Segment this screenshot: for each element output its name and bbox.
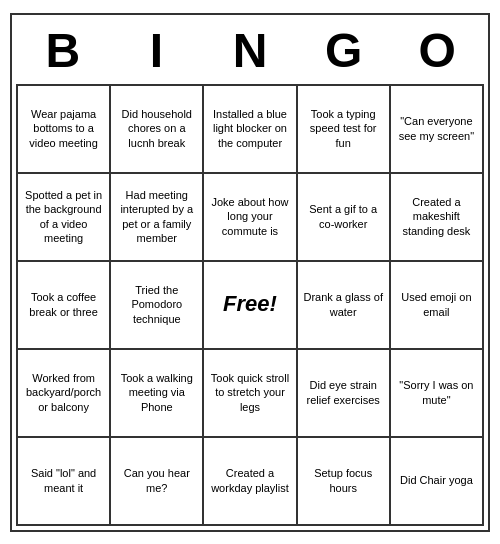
bingo-grid: Wear pajama bottoms to a video meetingDi… [16,84,484,526]
bingo-cell-7[interactable]: Joke about how long your commute is [204,174,297,262]
bingo-cell-21[interactable]: Can you hear me? [111,438,204,526]
letter-b: B [19,23,107,78]
bingo-cell-16[interactable]: Took a walking meeting via Phone [111,350,204,438]
bingo-cell-4[interactable]: "Can everyone see my screen" [391,86,484,174]
bingo-cell-2[interactable]: Installed a blue light blocker on the co… [204,86,297,174]
bingo-cell-14[interactable]: Used emoji on email [391,262,484,350]
bingo-cell-8[interactable]: Sent a gif to a co-worker [298,174,391,262]
letter-g: G [300,23,388,78]
letter-o: O [393,23,481,78]
letter-i: I [112,23,200,78]
bingo-cell-5[interactable]: Spotted a pet in the background of a vid… [18,174,111,262]
bingo-cell-20[interactable]: Said "lol" and meant it [18,438,111,526]
bingo-cell-0[interactable]: Wear pajama bottoms to a video meeting [18,86,111,174]
bingo-cell-6[interactable]: Had meeting interupted by a pet or a fam… [111,174,204,262]
bingo-cell-18[interactable]: Did eye strain relief exercises [298,350,391,438]
bingo-cell-15[interactable]: Worked from backyard/porch or balcony [18,350,111,438]
bingo-cell-17[interactable]: Took quick stroll to stretch your legs [204,350,297,438]
bingo-cell-19[interactable]: "Sorry I was on mute" [391,350,484,438]
bingo-title: B I N G O [16,19,484,84]
bingo-cell-23[interactable]: Setup focus hours [298,438,391,526]
bingo-cell-11[interactable]: Tried the Pomodoro technique [111,262,204,350]
bingo-cell-12[interactable]: Free! [204,262,297,350]
letter-n: N [206,23,294,78]
bingo-cell-1[interactable]: Did household chores on a lucnh break [111,86,204,174]
bingo-cell-3[interactable]: Took a typing speed test for fun [298,86,391,174]
bingo-cell-24[interactable]: Did Chair yoga [391,438,484,526]
bingo-card: B I N G O Wear pajama bottoms to a video… [10,13,490,532]
bingo-cell-22[interactable]: Created a workday playlist [204,438,297,526]
bingo-cell-9[interactable]: Created a makeshift standing desk [391,174,484,262]
bingo-cell-13[interactable]: Drank a glass of water [298,262,391,350]
bingo-cell-10[interactable]: Took a coffee break or three [18,262,111,350]
